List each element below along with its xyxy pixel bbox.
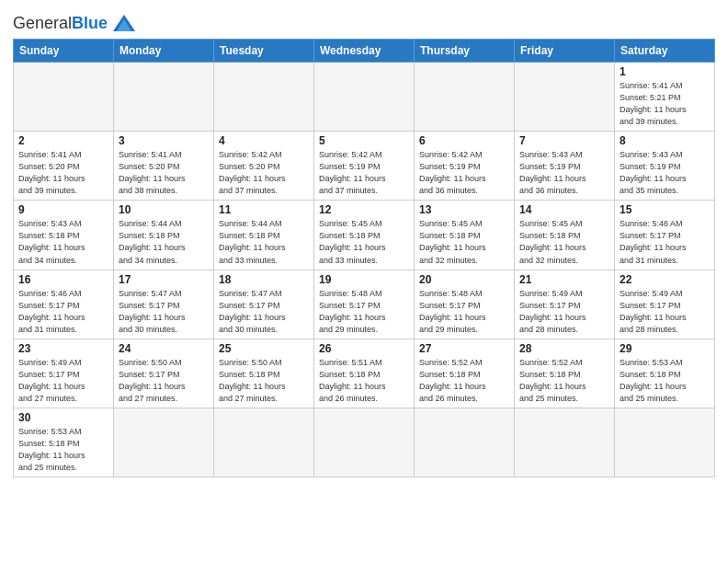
calendar-cell [415, 408, 515, 477]
day-number: 29 [620, 342, 710, 355]
day-number: 2 [18, 134, 108, 147]
calendar-cell: 8Sunrise: 5:43 AMSunset: 5:19 PMDaylight… [615, 132, 715, 201]
calendar-cell: 5Sunrise: 5:42 AMSunset: 5:19 PMDaylight… [314, 132, 415, 201]
calendar-cell: 14Sunrise: 5:45 AMSunset: 5:18 PMDayligh… [515, 201, 615, 270]
calendar-cell [415, 63, 515, 132]
calendar-cell [615, 408, 715, 477]
calendar-cell [515, 408, 615, 477]
day-info: Sunrise: 5:42 AMSunset: 5:20 PMDaylight:… [219, 149, 309, 197]
day-info: Sunrise: 5:45 AMSunset: 5:18 PMDaylight:… [419, 218, 509, 266]
calendar-cell: 11Sunrise: 5:44 AMSunset: 5:18 PMDayligh… [214, 201, 314, 270]
calendar-cell: 6Sunrise: 5:42 AMSunset: 5:19 PMDaylight… [415, 132, 515, 201]
day-number: 10 [119, 203, 209, 216]
day-info: Sunrise: 5:42 AMSunset: 5:19 PMDaylight:… [419, 149, 509, 197]
day-number: 18 [219, 273, 309, 286]
day-number: 14 [519, 203, 609, 216]
calendar-cell [214, 63, 314, 132]
day-info: Sunrise: 5:53 AMSunset: 5:18 PMDaylight:… [620, 357, 710, 405]
weekday-header-saturday: Saturday [615, 40, 715, 63]
day-number: 25 [219, 342, 309, 355]
header: GeneralBlue [13, 9, 715, 33]
day-number: 6 [419, 134, 509, 147]
day-info: Sunrise: 5:46 AMSunset: 5:17 PMDaylight:… [18, 288, 108, 336]
calendar-cell: 3Sunrise: 5:41 AMSunset: 5:20 PMDaylight… [114, 132, 214, 201]
day-info: Sunrise: 5:43 AMSunset: 5:19 PMDaylight:… [519, 149, 609, 197]
calendar-cell: 2Sunrise: 5:41 AMSunset: 5:20 PMDaylight… [14, 132, 114, 201]
day-number: 17 [119, 273, 209, 286]
day-number: 21 [519, 273, 609, 286]
calendar-week-row: 9Sunrise: 5:43 AMSunset: 5:18 PMDaylight… [14, 201, 715, 270]
logo-icon [111, 13, 137, 33]
day-number: 30 [18, 411, 108, 424]
day-number: 20 [419, 273, 509, 286]
calendar-cell: 24Sunrise: 5:50 AMSunset: 5:17 PMDayligh… [114, 339, 214, 408]
calendar-cell [314, 408, 415, 477]
calendar-cell: 19Sunrise: 5:48 AMSunset: 5:17 PMDayligh… [314, 270, 415, 339]
day-info: Sunrise: 5:42 AMSunset: 5:19 PMDaylight:… [319, 149, 409, 197]
weekday-header-row: SundayMondayTuesdayWednesdayThursdayFrid… [14, 40, 715, 63]
day-number: 5 [319, 134, 409, 147]
calendar-cell: 1Sunrise: 5:41 AMSunset: 5:21 PMDaylight… [615, 63, 715, 132]
calendar-cell: 7Sunrise: 5:43 AMSunset: 5:19 PMDaylight… [515, 132, 615, 201]
calendar-cell [314, 63, 415, 132]
day-info: Sunrise: 5:53 AMSunset: 5:18 PMDaylight:… [18, 426, 108, 474]
day-number: 15 [620, 203, 710, 216]
calendar-cell: 12Sunrise: 5:45 AMSunset: 5:18 PMDayligh… [314, 201, 415, 270]
logo: GeneralBlue [13, 13, 137, 33]
day-number: 1 [620, 65, 710, 78]
calendar-cell [214, 408, 314, 477]
day-info: Sunrise: 5:44 AMSunset: 5:18 PMDaylight:… [219, 218, 309, 266]
calendar-cell: 22Sunrise: 5:49 AMSunset: 5:17 PMDayligh… [615, 270, 715, 339]
calendar-week-row: 16Sunrise: 5:46 AMSunset: 5:17 PMDayligh… [14, 270, 715, 339]
calendar-cell [515, 63, 615, 132]
day-info: Sunrise: 5:52 AMSunset: 5:18 PMDaylight:… [519, 357, 609, 405]
weekday-header-sunday: Sunday [14, 40, 114, 63]
calendar-cell: 27Sunrise: 5:52 AMSunset: 5:18 PMDayligh… [415, 339, 515, 408]
day-number: 8 [620, 134, 710, 147]
calendar-cell: 13Sunrise: 5:45 AMSunset: 5:18 PMDayligh… [415, 201, 515, 270]
day-info: Sunrise: 5:41 AMSunset: 5:21 PMDaylight:… [620, 80, 710, 128]
calendar-cell: 9Sunrise: 5:43 AMSunset: 5:18 PMDaylight… [14, 201, 114, 270]
day-info: Sunrise: 5:52 AMSunset: 5:18 PMDaylight:… [419, 357, 509, 405]
weekday-header-wednesday: Wednesday [314, 40, 415, 63]
day-info: Sunrise: 5:49 AMSunset: 5:17 PMDaylight:… [18, 357, 108, 405]
day-number: 28 [519, 342, 609, 355]
day-number: 13 [419, 203, 509, 216]
day-info: Sunrise: 5:48 AMSunset: 5:17 PMDaylight:… [419, 288, 509, 336]
day-info: Sunrise: 5:44 AMSunset: 5:18 PMDaylight:… [119, 218, 209, 266]
calendar-cell: 17Sunrise: 5:47 AMSunset: 5:17 PMDayligh… [114, 270, 214, 339]
calendar-table: SundayMondayTuesdayWednesdayThursdayFrid… [13, 39, 715, 477]
calendar-week-row: 1Sunrise: 5:41 AMSunset: 5:21 PMDaylight… [14, 63, 715, 132]
calendar-week-row: 30Sunrise: 5:53 AMSunset: 5:18 PMDayligh… [14, 408, 715, 477]
day-info: Sunrise: 5:48 AMSunset: 5:17 PMDaylight:… [319, 288, 409, 336]
day-number: 12 [319, 203, 409, 216]
day-info: Sunrise: 5:43 AMSunset: 5:19 PMDaylight:… [620, 149, 710, 197]
day-number: 9 [18, 203, 108, 216]
day-number: 7 [519, 134, 609, 147]
calendar-cell: 16Sunrise: 5:46 AMSunset: 5:17 PMDayligh… [14, 270, 114, 339]
calendar-cell: 21Sunrise: 5:49 AMSunset: 5:17 PMDayligh… [515, 270, 615, 339]
day-info: Sunrise: 5:41 AMSunset: 5:20 PMDaylight:… [119, 149, 209, 197]
calendar-cell: 15Sunrise: 5:46 AMSunset: 5:17 PMDayligh… [615, 201, 715, 270]
weekday-header-friday: Friday [515, 40, 615, 63]
calendar-cell: 18Sunrise: 5:47 AMSunset: 5:17 PMDayligh… [214, 270, 314, 339]
weekday-header-thursday: Thursday [415, 40, 515, 63]
day-info: Sunrise: 5:49 AMSunset: 5:17 PMDaylight:… [620, 288, 710, 336]
day-info: Sunrise: 5:49 AMSunset: 5:17 PMDaylight:… [519, 288, 609, 336]
day-number: 19 [319, 273, 409, 286]
weekday-header-monday: Monday [114, 40, 214, 63]
day-number: 23 [18, 342, 108, 355]
logo-text: GeneralBlue [13, 14, 108, 33]
day-info: Sunrise: 5:45 AMSunset: 5:18 PMDaylight:… [319, 218, 409, 266]
calendar-week-row: 23Sunrise: 5:49 AMSunset: 5:17 PMDayligh… [14, 339, 715, 408]
weekday-header-tuesday: Tuesday [214, 40, 314, 63]
calendar-cell [14, 63, 114, 132]
day-info: Sunrise: 5:50 AMSunset: 5:18 PMDaylight:… [219, 357, 309, 405]
day-number: 4 [219, 134, 309, 147]
calendar-cell: 29Sunrise: 5:53 AMSunset: 5:18 PMDayligh… [615, 339, 715, 408]
day-info: Sunrise: 5:51 AMSunset: 5:18 PMDaylight:… [319, 357, 409, 405]
day-info: Sunrise: 5:45 AMSunset: 5:18 PMDaylight:… [519, 218, 609, 266]
day-info: Sunrise: 5:43 AMSunset: 5:18 PMDaylight:… [18, 218, 108, 266]
day-info: Sunrise: 5:41 AMSunset: 5:20 PMDaylight:… [18, 149, 108, 197]
day-info: Sunrise: 5:47 AMSunset: 5:17 PMDaylight:… [219, 288, 309, 336]
